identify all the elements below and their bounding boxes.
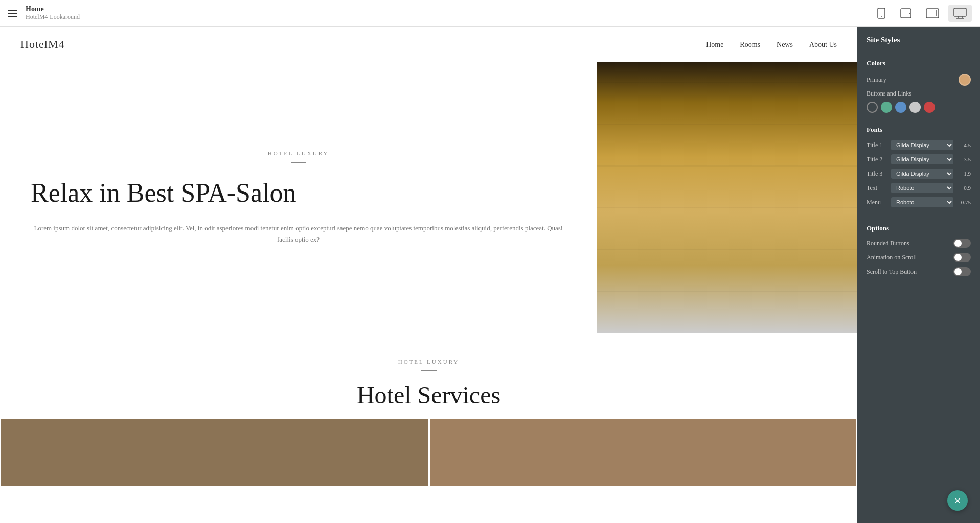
site-logo: HotelM4 — [20, 38, 706, 51]
page-title: Home — [26, 5, 80, 13]
font-select-text[interactable]: Roboto — [891, 183, 953, 193]
service-cards — [0, 419, 857, 486]
scroll-top-row: Scroll to Top Button — [867, 267, 971, 276]
font-row-title1: Title 1 Gilda Display 4.5 — [867, 140, 971, 150]
spa-image — [597, 62, 857, 333]
font-size-title1: 4.5 — [956, 142, 971, 148]
svg-point-1 — [881, 16, 882, 17]
svg-rect-6 — [954, 8, 966, 16]
hero-content: HOTEL LUXURY Relax in Best SPA-Salon Lor… — [0, 62, 597, 333]
buttons-links-swatches — [867, 102, 971, 113]
services-divider — [421, 370, 437, 371]
font-label-title2: Title 2 — [867, 156, 888, 163]
scroll-top-label: Scroll to Top Button — [867, 268, 953, 276]
font-select-title1[interactable]: Gilda Display — [891, 140, 953, 150]
hero-image — [597, 62, 857, 333]
color-swatch-outline[interactable] — [867, 102, 878, 113]
nav-item-about[interactable]: About Us — [809, 40, 837, 49]
tablet-device-btn[interactable] — [895, 5, 917, 22]
colors-section: Colors Primary Buttons and Links — [857, 52, 980, 118]
font-label-text: Text — [867, 184, 888, 192]
font-label-title3: Title 3 — [867, 170, 888, 178]
color-swatch-green[interactable] — [881, 102, 892, 113]
scroll-top-toggle[interactable] — [953, 267, 971, 276]
options-section-title: Options — [867, 224, 971, 232]
font-size-title2: 3.5 — [956, 156, 971, 162]
options-section: Options Rounded Buttons Animation on Scr… — [857, 217, 980, 287]
hero-section: HOTEL LUXURY Relax in Best SPA-Salon Lor… — [0, 62, 857, 333]
buttons-links-row-label: Buttons and Links — [867, 90, 971, 98]
font-size-title3: 1.9 — [956, 171, 971, 177]
hero-eyebrow: HOTEL LUXURY — [31, 150, 566, 156]
nav-links: Home Rooms News About Us — [706, 40, 837, 49]
services-eyebrow: HOTEL LUXURY — [20, 359, 837, 365]
animation-scroll-row: Animation on Scroll — [867, 253, 971, 262]
panel-title: Site Styles — [857, 27, 980, 52]
nav-item-news[interactable]: News — [777, 40, 793, 49]
font-row-menu: Menu Roboto 0.75 — [867, 197, 971, 207]
close-fab-button[interactable]: × — [947, 490, 968, 511]
animation-scroll-label: Animation on Scroll — [867, 254, 953, 262]
mobile-device-btn[interactable] — [872, 5, 891, 22]
hero-divider — [291, 162, 306, 163]
animation-scroll-toggle[interactable] — [953, 253, 971, 262]
services-title: Hotel Services — [20, 381, 837, 409]
primary-color-swatch[interactable] — [959, 74, 971, 86]
page-subtitle: HotelM4-Lookaround — [26, 13, 80, 21]
rounded-buttons-toggle[interactable] — [953, 239, 971, 248]
font-size-text: 0.9 — [956, 185, 971, 191]
site-navigation: HotelM4 Home Rooms News About Us — [0, 27, 857, 62]
hotel-services-section: HOTEL LUXURY Hotel Services — [0, 333, 857, 419]
top-bar-info: Home HotelM4-Lookaround — [26, 5, 80, 21]
font-select-title2[interactable]: Gilda Display — [891, 154, 953, 164]
site-styles-panel: Site Styles Colors Primary Buttons and L… — [857, 27, 980, 523]
primary-color-row: Primary — [867, 74, 971, 86]
logo-text: HotelM4 — [20, 38, 64, 51]
hero-title: Relax in Best SPA-Salon — [31, 178, 566, 208]
service-card-2 — [430, 419, 857, 486]
nav-item-home[interactable]: Home — [706, 40, 723, 49]
font-select-title3[interactable]: Gilda Display — [891, 169, 953, 179]
color-swatch-gray[interactable] — [909, 102, 921, 113]
rounded-buttons-row: Rounded Buttons — [867, 239, 971, 248]
font-row-title2: Title 2 Gilda Display 3.5 — [867, 154, 971, 164]
fonts-section-title: Fonts — [867, 126, 971, 134]
main-layout: HotelM4 Home Rooms News About Us HOTEL L… — [0, 27, 980, 523]
tablet-landscape-btn[interactable] — [921, 5, 944, 21]
fonts-section: Fonts Title 1 Gilda Display 4.5 Title 2 … — [857, 118, 980, 217]
nav-item-rooms[interactable]: Rooms — [740, 40, 760, 49]
svg-rect-4 — [926, 9, 939, 18]
hamburger-menu[interactable] — [8, 10, 17, 17]
colors-section-title: Colors — [867, 59, 971, 67]
rounded-buttons-label: Rounded Buttons — [867, 240, 953, 247]
buttons-links-label: Buttons and Links — [867, 90, 971, 98]
svg-point-3 — [909, 13, 910, 14]
font-label-menu: Menu — [867, 199, 888, 206]
font-size-menu: 0.75 — [956, 199, 971, 205]
font-row-title3: Title 3 Gilda Display 1.9 — [867, 169, 971, 179]
color-swatch-red[interactable] — [924, 102, 935, 113]
desktop-device-btn[interactable] — [948, 5, 972, 22]
service-card-1 — [1, 419, 428, 486]
font-select-menu[interactable]: Roboto — [891, 197, 953, 207]
hero-body: Lorem ipsum dolor sit amet, consectetur … — [31, 223, 566, 245]
font-label-title1: Title 1 — [867, 141, 888, 149]
device-switcher — [872, 5, 972, 22]
top-bar: Home HotelM4-Lookaround — [0, 0, 980, 27]
website-preview: HotelM4 Home Rooms News About Us HOTEL L… — [0, 27, 857, 523]
color-swatch-blue[interactable] — [895, 102, 906, 113]
primary-color-label: Primary — [867, 76, 959, 84]
font-row-text: Text Roboto 0.9 — [867, 183, 971, 193]
